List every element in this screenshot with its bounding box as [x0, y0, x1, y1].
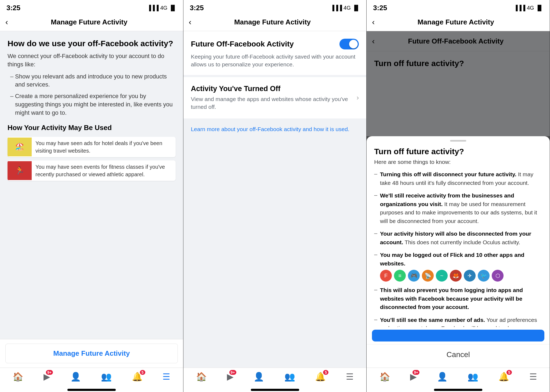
nav-profile-3[interactable]: 👤 — [437, 372, 448, 382]
s3-bullet-bold-6: You'll still see the same number of ads. — [380, 317, 485, 323]
activity-title: Activity You've Turned Off — [191, 85, 357, 93]
s3-bullet-bold-4: You may be logged out of Flick and 10 ot… — [380, 252, 524, 267]
ad-example-2: 🏃 You may have seen events for fitness c… — [8, 160, 176, 181]
toggle-card: Future Off-Facebook Activity Keeping you… — [183, 31, 367, 75]
activity-card[interactable]: Activity You've Turned Off View and mana… — [183, 77, 367, 118]
home-icon-3: 🏠 — [379, 372, 390, 382]
nav-home-3[interactable]: 🏠 — [379, 372, 390, 382]
app-icon-hex: ⬡ — [492, 270, 504, 282]
home-indicator-2 — [251, 389, 299, 391]
home-icon-1: 🏠 — [13, 372, 23, 382]
phone-screen-2: 3:25 ▐▐▐ 4G ▐▌ ‹ Manage Future Activity … — [183, 0, 367, 392]
app-icons-row: F ≡ 🎮 📡 ~ 🦊 ✈ 🐦 ⬡ — [380, 270, 542, 282]
app-icon-fox: 🦊 — [450, 270, 462, 282]
nav-title-2: Manage Future Activity — [195, 18, 350, 26]
s3-bullet-2: – We'll still receive activity from the … — [374, 191, 542, 225]
nav-title-1: Manage Future Activity — [11, 18, 167, 26]
back-button-2[interactable]: ‹ — [189, 16, 195, 28]
bullet-item-2: Create a more personalized experience fo… — [10, 92, 176, 117]
action-sheet: Turn off future activity? Here are some … — [367, 136, 550, 368]
sub-nav-back[interactable]: ‹ — [372, 35, 378, 47]
profile-icon-2: 👤 — [254, 372, 264, 382]
screen2-content: Future Off-Facebook Activity Keeping you… — [183, 31, 367, 368]
app-icon-stack: ≡ — [394, 270, 406, 282]
video-badge-1: 9+ — [46, 370, 53, 375]
status-time-2: 3:25 — [190, 4, 204, 12]
s3-heading-bg: Turn off future activity? — [374, 59, 542, 68]
video-badge-2: 9+ — [229, 370, 236, 375]
s3-bullet-bold-5: This will also prevent you from logging … — [380, 287, 523, 310]
nav-notifications-1[interactable]: 🔔5 — [132, 372, 143, 382]
nav-menu-1[interactable]: ☰ — [162, 372, 170, 382]
status-time-3: 3:25 — [373, 4, 387, 12]
network-type-1: 4G — [160, 5, 168, 11]
battery-icon-1: ▐▌ — [169, 5, 176, 11]
manage-future-activity-button[interactable]: Manage Future Activity — [5, 344, 178, 363]
status-icons-1: ▐▐▐ 4G ▐▌ — [147, 5, 177, 11]
nav-bar-2: ‹ Manage Future Activity — [183, 14, 367, 31]
phone-screen-1: 3:25 ▐▐▐ 4G ▐▌ ‹ Manage Future Activity … — [0, 0, 183, 392]
nav-notifications-2[interactable]: 🔔5 — [315, 372, 326, 382]
toggle-switch[interactable] — [339, 39, 359, 49]
nav-menu-3[interactable]: ☰ — [529, 372, 537, 382]
status-time-1: 3:25 — [6, 4, 20, 12]
status-icons-2: ▐▐▐ 4G ▐▌ — [331, 5, 360, 11]
app-icon-flick: F — [380, 270, 392, 282]
s3-bullet-4: – You may be logged out of Flick and 10 … — [374, 251, 542, 282]
section-title-1: How Your Activity May Be Used — [8, 124, 176, 132]
ad-text-2: You may have seen events for fitness cla… — [32, 160, 176, 181]
screen1-content: How do we use your off-Facebook activity… — [0, 31, 183, 339]
notification-badge-2: 5 — [323, 370, 328, 375]
nav-groups-1[interactable]: 👥 — [101, 372, 112, 382]
bottom-nav-3: 🏠 ▶9+ 👤 👥 🔔5 ☰ — [367, 368, 550, 387]
home-icon-2: 🏠 — [196, 372, 207, 382]
nav-menu-2[interactable]: ☰ — [346, 372, 354, 382]
status-bar-1: 3:25 ▐▐▐ 4G ▐▌ — [0, 0, 183, 14]
status-bar-3: 3:25 ▐▐▐ 4G ▐▌ — [367, 0, 550, 14]
s3-bullet-5: – This will also prevent you from loggin… — [374, 286, 542, 311]
network-type-3: 4G — [527, 5, 534, 11]
s3-bullet-bold-1: Turning this off will disconnect your fu… — [380, 171, 516, 177]
sub-nav: ‹ Future Off-Facebook Activity — [367, 31, 550, 51]
home-indicator-1 — [67, 389, 116, 391]
back-button-3[interactable]: ‹ — [372, 16, 378, 28]
nav-title-3: Manage Future Activity — [378, 18, 534, 26]
ad-text-1: You may have seen ads for hotel deals if… — [32, 137, 176, 157]
nav-video-2[interactable]: ▶9+ — [227, 372, 234, 382]
nav-home-1[interactable]: 🏠 — [13, 372, 23, 382]
profile-icon-1: 👤 — [70, 372, 81, 382]
ad-thumb-2: 🏃 — [8, 161, 32, 180]
nav-profile-1[interactable]: 👤 — [70, 372, 81, 382]
app-icon-plane: ✈ — [464, 270, 476, 282]
activity-row: Activity You've Turned Off View and mana… — [191, 85, 359, 111]
activity-text-group: Activity You've Turned Off View and mana… — [191, 85, 357, 111]
nav-home-2[interactable]: 🏠 — [196, 372, 207, 382]
back-button-1[interactable]: ‹ — [5, 16, 11, 28]
nav-groups-3[interactable]: 👥 — [468, 372, 478, 382]
nav-profile-2[interactable]: 👤 — [254, 372, 264, 382]
turn-off-button[interactable] — [372, 330, 544, 341]
network-type-2: 4G — [343, 5, 351, 11]
signal-icon-1: ▐▐▐ — [147, 5, 159, 11]
nav-notifications-3[interactable]: 🔔5 — [498, 372, 509, 382]
bottom-nav-2: 🏠 ▶9+ 👤 👥 🔔5 ☰ — [183, 368, 367, 387]
menu-icon-3: ☰ — [529, 372, 537, 382]
cancel-button[interactable]: Cancel — [367, 344, 550, 365]
nav-groups-2[interactable]: 👥 — [284, 372, 295, 382]
app-icon-bird: 🐦 — [478, 270, 490, 282]
s3-background-content: Turn off future activity? — [367, 51, 550, 78]
toggle-knob — [349, 40, 358, 48]
learn-more-link[interactable]: Learn more about your off-Facebook activ… — [183, 118, 367, 140]
notification-badge-3: 5 — [506, 370, 512, 375]
action-sheet-handle — [450, 140, 466, 142]
groups-icon-3: 👥 — [468, 372, 478, 382]
groups-icon-2: 👥 — [284, 372, 295, 382]
s3-sheet-content: Turn off future activity? Here are some … — [367, 144, 550, 327]
sub-nav-title: Future Off-Facebook Activity — [378, 37, 534, 45]
nav-video-1[interactable]: ▶9+ — [44, 372, 50, 382]
ad-example-1: 🏖️ You may have seen ads for hotel deals… — [8, 137, 176, 157]
menu-icon-1: ☰ — [162, 372, 170, 382]
nav-video-3[interactable]: ▶9+ — [410, 372, 417, 382]
home-indicator-3 — [434, 389, 482, 391]
status-bar-2: 3:25 ▐▐▐ 4G ▐▌ — [183, 0, 367, 14]
